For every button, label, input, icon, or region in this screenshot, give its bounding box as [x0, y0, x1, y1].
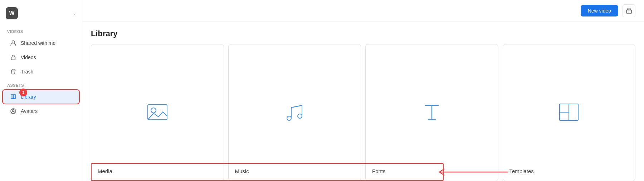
logo[interactable]: W [6, 7, 18, 19]
new-video-button[interactable]: New video [581, 5, 618, 16]
fonts-label: Fonts [372, 168, 386, 174]
sidebar-item-shared-label: Shared with me [21, 40, 55, 46]
media-icon [146, 101, 169, 124]
sidebar-header: W ⌄ [0, 4, 82, 25]
svg-point-6 [151, 108, 156, 113]
fonts-icon [420, 101, 443, 124]
sidebar-item-shared[interactable]: Shared with me [3, 36, 79, 50]
media-label: Media [98, 168, 112, 174]
lock-icon [10, 54, 16, 61]
avatar-icon [10, 108, 16, 114]
svg-rect-1 [11, 57, 15, 60]
fonts-card[interactable]: Fonts [365, 44, 498, 181]
sidebar-item-trash[interactable]: Trash [3, 65, 79, 78]
svg-point-3 [13, 110, 14, 111]
assets-section-label: Assets [0, 79, 82, 90]
sidebar-item-videos[interactable]: Videos [3, 51, 79, 64]
media-card[interactable]: Media [91, 44, 224, 181]
book-icon [10, 94, 16, 100]
music-card[interactable]: Music [228, 44, 361, 181]
sidebar-item-trash-label: Trash [21, 69, 33, 75]
templates-label: Templates [509, 168, 534, 174]
sidebar-item-videos-label: Videos [21, 54, 36, 60]
sidebar: W ⌄ Videos Shared with me Videos [0, 0, 82, 181]
music-icon [283, 101, 306, 124]
sidebar-item-avatars-label: Avatars [21, 108, 38, 114]
page-title: Library [82, 22, 644, 44]
videos-section-label: Videos [0, 25, 82, 36]
library-content: Media Music [82, 44, 644, 181]
music-label: Music [235, 168, 249, 174]
svg-line-9 [291, 105, 302, 108]
sidebar-item-library[interactable]: 1 Library [3, 90, 79, 104]
templates-card[interactable]: Templates [503, 44, 636, 181]
svg-point-7 [287, 116, 291, 120]
svg-point-8 [298, 114, 302, 118]
sidebar-item-avatars[interactable]: Avatars [3, 104, 79, 118]
svg-rect-5 [148, 105, 167, 120]
chevron-down-icon[interactable]: ⌄ [73, 11, 76, 16]
library-cards-row: Media Music [82, 44, 644, 181]
person-icon [10, 40, 16, 46]
templates-icon [557, 101, 580, 124]
trash-icon [10, 68, 16, 75]
top-bar: New video [82, 0, 644, 22]
badge: 1 [19, 89, 27, 96]
main-content: New video Library Me [82, 0, 644, 181]
gift-button[interactable] [623, 4, 635, 17]
